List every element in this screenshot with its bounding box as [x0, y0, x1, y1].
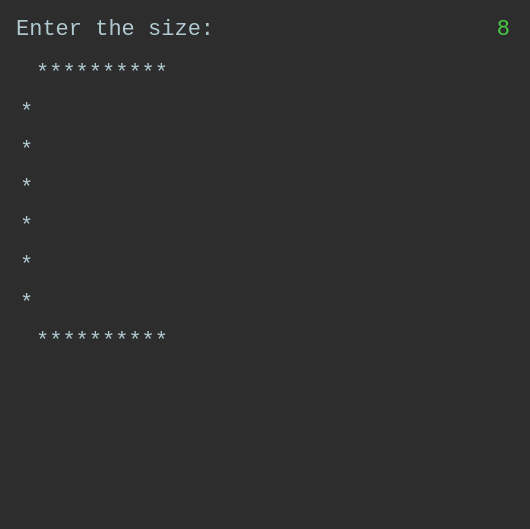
prompt-line: Enter the size: 8: [16, 12, 514, 48]
output-line: *: [16, 209, 514, 245]
output-line: *: [16, 133, 514, 169]
prompt-label: Enter the size:: [16, 12, 214, 48]
output-area: **************************: [16, 56, 514, 360]
output-line: **********: [16, 56, 514, 92]
terminal-window: Enter the size: 8 **********************…: [0, 0, 530, 375]
output-line: *: [16, 286, 514, 322]
output-line: *: [16, 95, 514, 131]
prompt-value: 8: [497, 12, 514, 48]
output-line: *: [16, 248, 514, 284]
output-line: *: [16, 171, 514, 207]
output-line: **********: [16, 324, 514, 360]
